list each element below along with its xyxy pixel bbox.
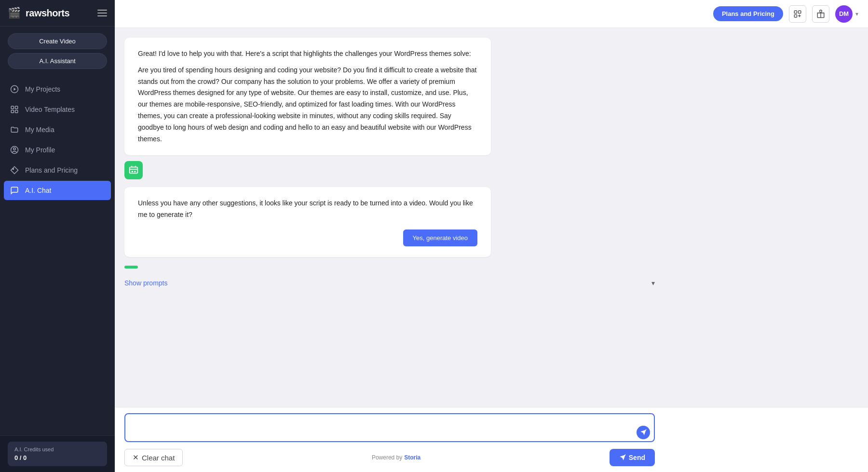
sidebar-item-my-projects[interactable]: My Projects xyxy=(0,80,115,99)
chat-text-2a: Unless you have any other suggestions, i… xyxy=(138,198,477,221)
show-prompts-label[interactable]: Show prompts xyxy=(124,279,167,287)
svg-rect-3 xyxy=(15,106,18,108)
svg-rect-11 xyxy=(794,14,797,17)
ai-assistant-button[interactable]: A.I. Assistant xyxy=(8,53,107,69)
sidebar-item-label: My Projects xyxy=(25,85,60,93)
sidebar-nav: My Projects Video Templates My Media xyxy=(0,76,115,435)
hamburger-menu[interactable] xyxy=(97,10,107,16)
sidebar-item-label: A.I. Chat xyxy=(25,187,51,194)
credits-label: A.I. Credits used xyxy=(14,446,100,452)
powered-by: Powered by Storia xyxy=(372,454,420,461)
sidebar-item-label: My Profile xyxy=(25,146,55,154)
svg-rect-10 xyxy=(799,11,801,13)
avatar[interactable]: DM xyxy=(835,5,853,23)
tag-icon xyxy=(10,165,19,175)
sidebar: 🎬 rawshorts Create Video A.I. Assistant … xyxy=(0,0,115,472)
chevron-show-icon: ▾ xyxy=(651,279,655,287)
svg-point-18 xyxy=(135,171,136,172)
circle-play-icon xyxy=(10,84,19,94)
sidebar-footer: A.I. Credits used 0 / 0 xyxy=(0,435,115,472)
bottom-actions: ✕ Clear chat Powered by Storia Send xyxy=(124,449,655,466)
storia-link[interactable]: Storia xyxy=(404,454,420,461)
send-label: Send xyxy=(629,454,645,461)
chat-text-1b: Are you tired of spending hours designin… xyxy=(138,65,477,145)
powered-by-text: Powered by xyxy=(372,454,402,461)
svg-point-7 xyxy=(14,148,16,150)
credits-box: A.I. Credits used 0 / 0 xyxy=(8,442,107,466)
sidebar-item-label: Video Templates xyxy=(25,106,75,113)
x-icon: ✕ xyxy=(133,453,139,462)
chat-bubble-2: Unless you have any other suggestions, i… xyxy=(124,187,491,257)
chat-input[interactable] xyxy=(124,413,655,442)
credits-value: 0 / 0 xyxy=(14,454,100,461)
chat-area: Great! I'd love to help you with that. H… xyxy=(115,28,868,407)
chat-bubble-1: Great! I'd love to help you with that. H… xyxy=(124,38,491,155)
add-icon-button[interactable] xyxy=(789,5,806,23)
sidebar-item-plans-pricing[interactable]: Plans and Pricing xyxy=(0,161,115,180)
yes-generate-button[interactable]: Yes, generate video xyxy=(403,229,477,246)
svg-rect-15 xyxy=(130,167,138,174)
create-video-button[interactable]: Create Video xyxy=(8,33,107,49)
svg-rect-2 xyxy=(11,106,14,108)
show-prompts-row[interactable]: Show prompts ▾ xyxy=(124,275,655,291)
input-wrapper xyxy=(124,413,655,444)
svg-marker-1 xyxy=(14,88,16,91)
send-button[interactable]: Send xyxy=(610,449,655,466)
grid-icon xyxy=(10,105,19,114)
plans-pricing-button[interactable]: Plans and Pricing xyxy=(713,6,783,21)
sidebar-actions: Create Video A.I. Assistant xyxy=(0,27,115,76)
sidebar-item-label: My Media xyxy=(25,126,54,134)
topbar: Plans and Pricing DM ▾ xyxy=(115,0,868,28)
user-avatar-dropdown[interactable]: DM ▾ xyxy=(835,5,858,23)
svg-rect-4 xyxy=(11,110,14,113)
clear-chat-button[interactable]: ✕ Clear chat xyxy=(124,449,183,466)
logo-text: rawshorts xyxy=(26,8,69,19)
chat-text-1a: Great! I'd love to help you with that. H… xyxy=(138,48,477,60)
chat-input-area: ✕ Clear chat Powered by Storia Send xyxy=(115,407,868,472)
svg-point-8 xyxy=(13,168,14,169)
svg-rect-5 xyxy=(15,110,18,113)
gift-icon-button[interactable] xyxy=(812,5,829,23)
chat-message-2: Unless you have any other suggestions, i… xyxy=(124,187,858,261)
svg-marker-22 xyxy=(620,455,625,460)
sidebar-item-my-media[interactable]: My Media xyxy=(0,120,115,139)
ai-loading-indicator xyxy=(124,266,858,273)
chat-icon xyxy=(10,186,19,195)
svg-rect-9 xyxy=(794,11,797,13)
logo-icon: 🎬 xyxy=(8,7,21,19)
ai-avatar xyxy=(124,161,143,179)
input-send-icon-button[interactable] xyxy=(637,426,650,439)
main-content: Plans and Pricing DM ▾ Great! I'd love t… xyxy=(115,0,868,472)
sidebar-item-my-profile[interactable]: My Profile xyxy=(0,140,115,160)
clear-chat-label: Clear chat xyxy=(142,454,175,462)
sidebar-item-ai-chat[interactable]: A.I. Chat xyxy=(4,181,111,200)
sidebar-item-video-templates[interactable]: Video Templates xyxy=(0,100,115,119)
user-circle-icon xyxy=(10,145,19,155)
sidebar-header: 🎬 rawshorts xyxy=(0,0,115,27)
svg-point-17 xyxy=(132,171,133,172)
svg-marker-20 xyxy=(640,430,646,435)
chat-message-1: Great! I'd love to help you with that. H… xyxy=(124,38,858,159)
sidebar-item-label: Plans and Pricing xyxy=(25,166,78,174)
chevron-down-icon: ▾ xyxy=(855,11,858,17)
folder-icon xyxy=(10,125,19,135)
